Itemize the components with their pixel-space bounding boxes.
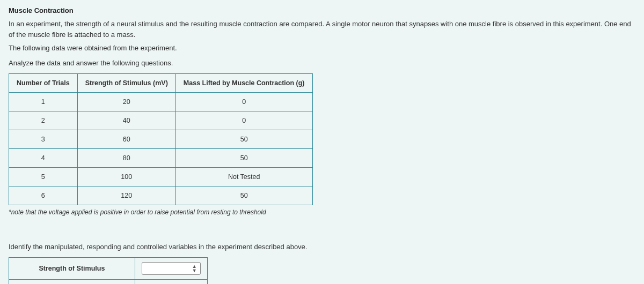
dropdown-arrow-icon: ▲▼ — [192, 264, 197, 273]
cell-stimulus: 60 — [77, 130, 175, 148]
answer-label: Strength of Stimulus — [9, 257, 135, 279]
footnote: *note that the voltage applied is positi… — [9, 208, 635, 216]
cell-mass: Not Tested — [175, 167, 312, 186]
table-row: 3 60 50 — [9, 130, 313, 148]
answer-row: Strength of Stimulus ▲▼ — [9, 257, 208, 279]
answer-select-cell: ▲▼ — [135, 257, 207, 279]
question-text: Identify the manipulated, responding and… — [9, 243, 635, 251]
cell-stimulus: 100 — [77, 167, 175, 186]
variable-select[interactable]: ▲▼ — [142, 262, 201, 275]
table-row: 1 20 0 — [9, 92, 313, 111]
answer-table: Strength of Stimulus ▲▼ Number of Muscle… — [9, 257, 208, 285]
cell-stimulus: 80 — [77, 148, 175, 167]
cell-trial: 5 — [9, 167, 78, 186]
cell-trial: 1 — [9, 92, 78, 111]
table-row: 2 40 0 — [9, 111, 313, 130]
cell-stimulus: 20 — [77, 92, 175, 111]
instruction-text: Analyze the data and answer the followin… — [9, 59, 635, 67]
col-header-stimulus: Strength of Stimulus (mV) — [77, 73, 175, 92]
cell-trial: 3 — [9, 130, 78, 148]
cell-mass: 50 — [175, 186, 312, 205]
answer-row: Number of Muscle Fibre Stimulated ▲▼ — [9, 279, 208, 284]
cell-stimulus: 40 — [77, 111, 175, 130]
table-row: 4 80 50 — [9, 148, 313, 167]
cell-trial: 4 — [9, 148, 78, 167]
cell-trial: 2 — [9, 111, 78, 130]
answer-label: Number of Muscle Fibre Stimulated — [9, 279, 135, 284]
cell-trial: 6 — [9, 186, 78, 205]
cell-mass: 50 — [175, 130, 312, 148]
cell-mass: 0 — [175, 92, 312, 111]
cell-mass: 0 — [175, 111, 312, 130]
table-row: 5 100 Not Tested — [9, 167, 313, 186]
table-row: 6 120 50 — [9, 186, 313, 205]
cell-stimulus: 120 — [77, 186, 175, 205]
section-heading: Muscle Contraction — [9, 6, 635, 14]
col-header-trials: Number of Trials — [9, 73, 78, 92]
intro-paragraph-2: The following data were obtained from th… — [9, 43, 635, 54]
intro-paragraph-1: In an experiment, the strength of a neur… — [9, 19, 635, 40]
data-table: Number of Trials Strength of Stimulus (m… — [9, 73, 313, 205]
cell-mass: 50 — [175, 148, 312, 167]
col-header-mass: Mass Lifted by Muscle Contraction (g) — [175, 73, 312, 92]
answer-select-cell: ▲▼ — [135, 279, 207, 284]
